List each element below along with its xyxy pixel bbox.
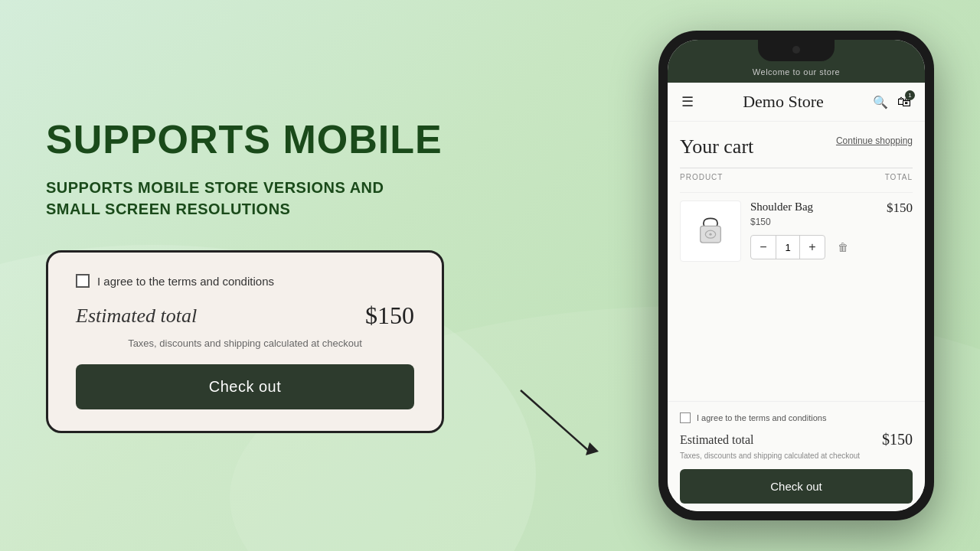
phone-terms-label: I agree to the terms and conditions	[697, 413, 826, 422]
svg-marker-3	[586, 442, 599, 455]
total-amount: $150	[365, 302, 414, 330]
store-name: Demo Store	[743, 92, 824, 112]
phone-terms-row: I agree to the terms and conditions	[680, 412, 913, 423]
phone-total-row: Estimated total $150	[680, 431, 913, 448]
col-product-label: PRODUCT	[680, 173, 723, 181]
screen-body: Your cart Continue shopping PRODUCT TOTA…	[668, 122, 925, 401]
product-details: Shoulder Bag $150 − 1 + 🗑	[750, 201, 877, 259]
phone-estimated-label: Estimated total	[680, 433, 753, 447]
phone-bottom: I agree to the terms and conditions Esti…	[668, 401, 925, 511]
callout-box: I agree to the terms and conditions Esti…	[46, 250, 444, 433]
svg-line-2	[521, 390, 590, 452]
hamburger-icon[interactable]: ☰	[681, 93, 694, 110]
cart-icon[interactable]: 🛍 1	[897, 94, 911, 110]
continue-shopping-link[interactable]: Continue shopping	[836, 135, 913, 146]
phone-screen: Welcome to our store ☰ Demo Store 🔍 🛍 1	[668, 40, 925, 511]
total-row: Estimated total $150	[76, 302, 414, 330]
phone-checkout-button[interactable]: Check out	[680, 469, 913, 504]
quantity-display: 1	[776, 236, 800, 259]
product-total: $150	[887, 201, 913, 216]
checkout-button[interactable]: Check out	[76, 364, 414, 409]
quantity-increase-button[interactable]: +	[800, 236, 825, 259]
product-name: Shoulder Bag	[750, 201, 877, 214]
phone-tax-note: Taxes, discounts and shipping calculated…	[680, 452, 913, 460]
quantity-controls: − 1 +	[750, 235, 825, 259]
tax-note: Taxes, discounts and shipping calculated…	[76, 337, 414, 349]
cart-header: Your cart Continue shopping	[680, 135, 913, 158]
quantity-decrease-button[interactable]: −	[751, 236, 776, 259]
phone-total-amount: $150	[882, 431, 913, 448]
cart-title: Your cart	[680, 135, 753, 158]
product-price: $150	[750, 217, 877, 227]
store-nav: ☰ Demo Store 🔍 🛍 1	[668, 83, 925, 122]
phone-notch	[758, 40, 835, 61]
terms-checkbox[interactable]	[76, 274, 90, 288]
delete-product-button[interactable]: 🗑	[835, 238, 851, 256]
phone-frame: Welcome to our store ☰ Demo Store 🔍 🛍 1	[658, 31, 934, 520]
svg-point-6	[709, 233, 711, 236]
phone-mockup: Welcome to our store ☰ Demo Store 🔍 🛍 1	[658, 31, 934, 520]
nav-icons: 🔍 🛍 1	[873, 94, 911, 110]
product-row: Shoulder Bag $150 − 1 + 🗑	[680, 192, 913, 269]
sub-title: SUPPORTS MOBILE STORE VERSIONS AND SMALL…	[46, 177, 429, 220]
cart-table-header: PRODUCT TOTAL	[680, 168, 913, 186]
col-total-label: TOTAL	[885, 173, 913, 181]
product-image	[680, 201, 741, 262]
terms-row: I agree to the terms and conditions	[76, 274, 414, 288]
terms-label: I agree to the terms and conditions	[97, 275, 274, 288]
estimated-label: Estimated total	[76, 305, 197, 328]
main-title: SUPPORTS MOBILE	[46, 118, 628, 161]
search-icon[interactable]: 🔍	[873, 95, 888, 109]
phone-terms-checkbox[interactable]	[680, 412, 691, 423]
